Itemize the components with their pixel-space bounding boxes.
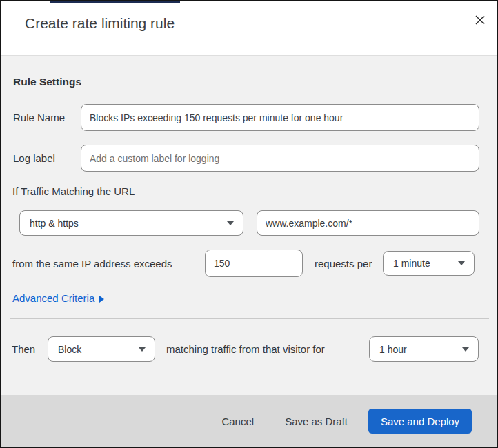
close-icon xyxy=(474,14,486,28)
scheme-select-value: http & https xyxy=(30,218,79,229)
matching-traffic-text: matching traffic from that visitor for xyxy=(166,343,325,355)
dialog-header: Create rate limiting rule xyxy=(1,1,497,56)
period-select[interactable]: 1 minute xyxy=(383,251,475,276)
dialog-title: Create rate limiting rule xyxy=(25,15,175,32)
scheme-select[interactable]: http & https xyxy=(19,210,243,236)
create-rate-limiting-rule-dialog: Create rate limiting rule Rule Settings … xyxy=(0,0,498,448)
dialog-footer: Cancel Save as Draft Save and Deploy xyxy=(1,395,497,447)
period-select-value: 1 minute xyxy=(393,258,430,269)
rule-settings-heading: Rule Settings xyxy=(13,76,81,88)
chevron-down-icon xyxy=(139,347,146,352)
then-label: Then xyxy=(12,343,35,355)
save-and-deploy-button[interactable]: Save and Deploy xyxy=(368,409,472,434)
log-label-input[interactable] xyxy=(81,145,479,172)
advanced-criteria-link[interactable]: Advanced Criteria xyxy=(12,292,104,304)
chevron-down-icon xyxy=(227,221,234,225)
log-label-label: Log label xyxy=(13,152,55,164)
url-input[interactable] xyxy=(257,210,479,236)
duration-select-value: 1 hour xyxy=(379,344,407,355)
action-select-value: Block xyxy=(58,344,81,355)
close-button[interactable] xyxy=(471,12,489,30)
requests-per-text: requests per xyxy=(315,258,372,269)
advanced-criteria-label: Advanced Criteria xyxy=(12,292,94,304)
cancel-button[interactable]: Cancel xyxy=(221,416,254,427)
threshold-input[interactable] xyxy=(205,250,303,277)
duration-select[interactable]: 1 hour xyxy=(369,336,479,362)
save-as-draft-button[interactable]: Save as Draft xyxy=(285,416,348,427)
threshold-prefix-text: from the same IP address exceeds xyxy=(12,258,172,269)
action-select[interactable]: Block xyxy=(48,336,155,362)
chevron-down-icon xyxy=(458,261,465,265)
traffic-matching-heading: If Traffic Matching the URL xyxy=(12,185,135,197)
section-divider xyxy=(10,318,489,319)
expand-arrow-icon xyxy=(99,296,104,303)
rule-name-input[interactable] xyxy=(81,104,479,131)
rule-name-label: Rule Name xyxy=(13,112,65,123)
top-accent-bar xyxy=(50,1,180,3)
chevron-down-icon xyxy=(462,347,469,352)
